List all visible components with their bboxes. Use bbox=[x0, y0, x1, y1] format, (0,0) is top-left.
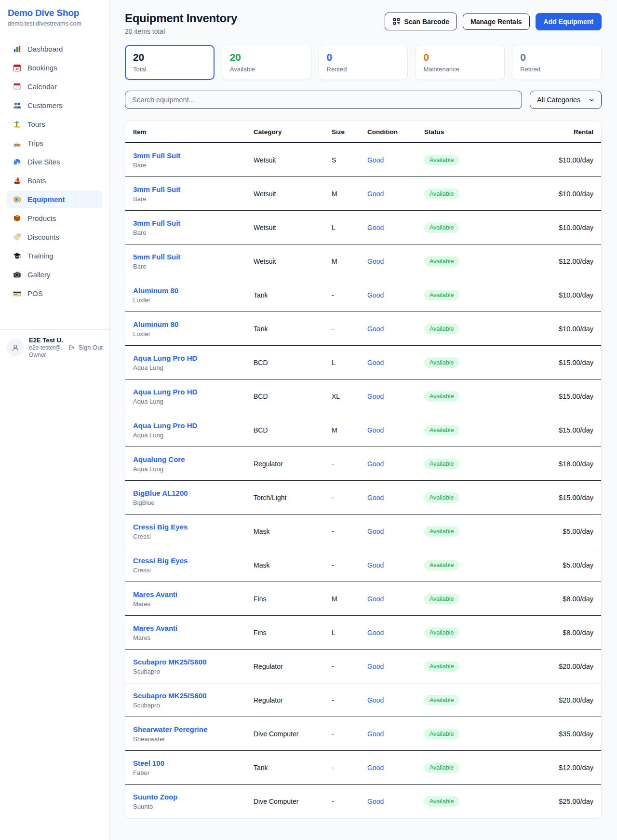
sidebar-item-customers[interactable]: Customers bbox=[7, 96, 103, 114]
condition-link[interactable]: Good bbox=[367, 190, 424, 198]
condition-link[interactable]: Good bbox=[367, 595, 424, 603]
item-name-link[interactable]: Mares Avanti bbox=[133, 624, 254, 632]
sidebar-item-bookings[interactable]: Bookings bbox=[7, 59, 103, 77]
condition-link[interactable]: Good bbox=[367, 460, 424, 468]
condition-link[interactable]: Good bbox=[367, 798, 424, 805]
status-cell: Available bbox=[424, 222, 492, 233]
item-name-link[interactable]: Scubapro MK25/S600 bbox=[133, 691, 254, 700]
condition-link[interactable]: Good bbox=[367, 730, 424, 738]
condition-link[interactable]: Good bbox=[367, 291, 424, 299]
page-title-block: Equipment Inventory 20 items total bbox=[125, 12, 237, 35]
item-name-link[interactable]: Scubapro MK25/S600 bbox=[133, 658, 254, 666]
item-name-link[interactable]: Mares Avanti bbox=[133, 590, 254, 598]
sidebar-item-discounts[interactable]: Discounts bbox=[7, 228, 103, 246]
status-badge: Available bbox=[424, 425, 459, 435]
scan-barcode-label: Scan Barcode bbox=[404, 18, 449, 25]
item-name-link[interactable]: Aqua Lung Pro HD bbox=[133, 421, 254, 430]
status-cell: Available bbox=[424, 155, 492, 165]
condition-link[interactable]: Good bbox=[367, 156, 424, 164]
sidebar-item-pos[interactable]: POS bbox=[7, 285, 103, 302]
stat-value: 0 bbox=[520, 52, 593, 63]
item-name-link[interactable]: 3mm Full Suit bbox=[133, 219, 254, 227]
condition-link[interactable]: Good bbox=[367, 359, 424, 366]
condition-link[interactable]: Good bbox=[367, 494, 424, 501]
item-name-link[interactable]: Aluminum 80 bbox=[133, 286, 254, 295]
user-name: E2E Test U... bbox=[29, 337, 63, 344]
item-name-link[interactable]: Suunto Zoop bbox=[133, 793, 254, 801]
sidebar-item-gallery[interactable]: Gallery bbox=[7, 266, 103, 284]
sidebar-item-products[interactable]: Products bbox=[7, 209, 103, 227]
sidebar-item-training[interactable]: Training bbox=[7, 247, 103, 265]
item-brand: Cressi bbox=[133, 567, 254, 574]
manage-rentals-button[interactable]: Manage Rentals bbox=[463, 14, 530, 30]
sidebar-item-trips[interactable]: Trips bbox=[7, 134, 103, 152]
item-name-link[interactable]: 3mm Full Suit bbox=[133, 185, 254, 193]
nav-item-icon bbox=[13, 176, 22, 185]
item-name-link[interactable]: Shearwater Peregrine bbox=[133, 725, 254, 733]
item-name-link[interactable]: Cressi Big Eyes bbox=[133, 556, 254, 565]
condition-link[interactable]: Good bbox=[367, 224, 424, 231]
nav-item-icon bbox=[13, 270, 22, 279]
item-name-link[interactable]: BigBlue AL1200 bbox=[133, 489, 254, 497]
nav-item-icon bbox=[13, 82, 22, 91]
condition-link[interactable]: Good bbox=[367, 426, 424, 434]
stat-card[interactable]: 20 Available bbox=[222, 45, 311, 80]
item-name-link[interactable]: Aqua Lung Pro HD bbox=[133, 388, 254, 396]
category-cell: Fins bbox=[254, 629, 332, 637]
rental-cell: $10.00/day bbox=[492, 224, 593, 231]
condition-link[interactable]: Good bbox=[367, 325, 424, 333]
item-name-link[interactable]: Cressi Big Eyes bbox=[133, 523, 254, 531]
item-brand: Aqua Lung bbox=[133, 465, 254, 473]
category-cell: Wetsuit bbox=[254, 224, 332, 231]
search-input[interactable] bbox=[125, 91, 522, 109]
rental-cell: $5.00/day bbox=[492, 528, 593, 535]
sidebar-item-calendar[interactable]: Calendar bbox=[7, 78, 103, 95]
scan-barcode-button[interactable]: Scan Barcode bbox=[385, 13, 457, 30]
status-cell: Available bbox=[424, 560, 492, 570]
condition-link[interactable]: Good bbox=[367, 257, 424, 265]
condition-link[interactable]: Good bbox=[367, 393, 424, 400]
size-cell: - bbox=[332, 730, 367, 738]
item-name-link[interactable]: Steel 100 bbox=[133, 759, 254, 767]
add-equipment-button[interactable]: Add Equipment bbox=[536, 13, 602, 30]
status-cell: Available bbox=[424, 256, 492, 267]
shop-name: Demo Dive Shop bbox=[8, 8, 102, 18]
condition-link[interactable]: Good bbox=[367, 663, 424, 670]
nav-item-icon bbox=[13, 120, 22, 129]
shop-header: Demo Dive Shop demo.test.divestreams.com bbox=[0, 0, 109, 34]
condition-link[interactable]: Good bbox=[367, 561, 424, 569]
table-row: 3mm Full Suit Bare Wetsuit S Good Availa… bbox=[125, 143, 601, 177]
sidebar-item-dive-sites[interactable]: Dive Sites bbox=[7, 153, 103, 171]
sidebar-item-tours[interactable]: Tours bbox=[7, 115, 103, 133]
category-cell: Fins bbox=[254, 595, 332, 603]
chevron-down-icon bbox=[588, 96, 595, 104]
item-brand: Faber bbox=[133, 769, 254, 776]
avatar bbox=[7, 339, 24, 356]
stat-card[interactable]: 0 Retired bbox=[512, 45, 602, 80]
item-name-link[interactable]: Aqua Lung Pro HD bbox=[133, 354, 254, 362]
item-name-link[interactable]: Aluminum 80 bbox=[133, 320, 254, 328]
item-name-link[interactable]: 3mm Full Suit bbox=[133, 151, 254, 160]
item-name-link[interactable]: 5mm Full Suit bbox=[133, 253, 254, 261]
stat-card[interactable]: 0 Maintenance bbox=[415, 45, 505, 80]
item-name-link[interactable]: Aqualung Core bbox=[133, 455, 254, 463]
stat-card[interactable]: 0 Rented bbox=[319, 45, 408, 80]
rental-cell: $20.00/day bbox=[492, 696, 593, 704]
condition-link[interactable]: Good bbox=[367, 696, 424, 704]
sidebar-item-equipment[interactable]: Equipment bbox=[7, 190, 103, 208]
stat-value: 0 bbox=[423, 52, 496, 63]
sign-out-button[interactable]: Sign Out bbox=[68, 344, 103, 352]
sidebar-item-boats[interactable]: Boats bbox=[7, 172, 103, 190]
condition-link[interactable]: Good bbox=[367, 528, 424, 535]
stat-card[interactable]: 20 Total bbox=[125, 45, 215, 80]
sidebar-item-dashboard[interactable]: Dashboard bbox=[7, 40, 103, 58]
item-cell: Scubapro MK25/S600 Scubapro bbox=[133, 658, 254, 675]
condition-link[interactable]: Good bbox=[367, 764, 424, 772]
col-header-condition: Condition bbox=[367, 128, 424, 135]
condition-link[interactable]: Good bbox=[367, 629, 424, 637]
stat-value: 20 bbox=[133, 52, 206, 63]
item-cell: 3mm Full Suit Bare bbox=[133, 219, 254, 236]
category-select[interactable]: All Categories bbox=[530, 91, 602, 109]
status-badge: Available bbox=[424, 324, 459, 334]
category-cell: Regulator bbox=[254, 460, 332, 468]
